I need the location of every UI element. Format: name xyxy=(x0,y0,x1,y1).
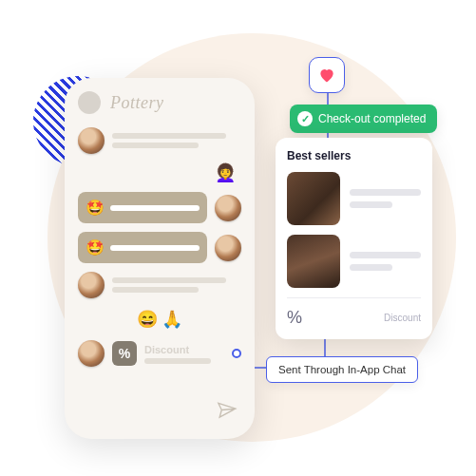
product-row[interactable] xyxy=(287,172,421,225)
star-eyes-emoji: 🤩 xyxy=(86,238,105,257)
product-thumbnail xyxy=(287,235,340,288)
brand-title: Pottery xyxy=(110,93,163,113)
discount-label: Discount xyxy=(144,344,211,355)
text-placeholder xyxy=(350,189,421,196)
divider xyxy=(287,297,421,298)
checkout-toast: ✓ Check-out completed xyxy=(290,105,437,133)
discount-label: Discount xyxy=(384,313,421,323)
card-footer: % Discount xyxy=(287,308,421,328)
connector-dot xyxy=(232,349,241,358)
card-title: Best sellers xyxy=(287,149,421,162)
text-placeholder xyxy=(350,201,392,208)
text-placeholder xyxy=(350,252,421,258)
avatar xyxy=(78,272,105,298)
check-icon: ✓ xyxy=(297,111,313,126)
message-bubble xyxy=(112,133,236,148)
message-outgoing[interactable]: 🤩 xyxy=(78,232,241,263)
text-placeholder xyxy=(110,245,200,251)
text-placeholder xyxy=(110,205,200,211)
heart-icon xyxy=(317,66,336,85)
pray-emoji[interactable]: 🙏 xyxy=(162,309,182,330)
phone-header: Pottery xyxy=(78,91,241,114)
product-row[interactable] xyxy=(287,235,421,288)
annotation-label: Sent Through In-App Chat xyxy=(266,356,418,383)
percent-icon: % xyxy=(287,308,302,328)
text-placeholder xyxy=(112,133,226,139)
discount-message[interactable]: % Discount xyxy=(78,340,241,367)
text-placeholder xyxy=(112,277,226,283)
avatar xyxy=(78,340,105,367)
message-bubble xyxy=(112,277,236,293)
star-eyes-emoji: 🤩 xyxy=(86,199,105,217)
message-incoming[interactable] xyxy=(78,127,241,154)
text-placeholder xyxy=(350,264,392,271)
text-placeholder xyxy=(112,143,199,148)
reaction-row: 😄 🙏 xyxy=(78,309,241,330)
message-list: 👩‍🦱 🤩 🤩 😄 🙏 xyxy=(78,127,241,393)
avatar xyxy=(215,235,241,261)
header-avatar[interactable] xyxy=(78,91,101,114)
message-bubble-filled: 🤩 xyxy=(78,192,207,223)
product-thumbnail xyxy=(287,172,340,225)
checkout-text: Check-out completed xyxy=(318,112,426,125)
best-sellers-card: Best sellers % Discount xyxy=(276,138,432,339)
annotation-text: Sent Through In-App Chat xyxy=(278,364,406,375)
smile-emoji[interactable]: 😄 xyxy=(137,309,158,330)
avatar xyxy=(215,195,241,221)
send-icon[interactable] xyxy=(216,398,238,427)
text-placeholder xyxy=(112,287,199,293)
message-incoming[interactable] xyxy=(78,272,241,298)
message-outgoing[interactable]: 🤩 xyxy=(78,192,241,223)
percent-icon: % xyxy=(112,341,137,366)
avatar xyxy=(78,127,105,154)
heart-badge[interactable] xyxy=(309,57,345,93)
text-placeholder xyxy=(144,358,211,364)
phone-mockup: Pottery 👩‍🦱 🤩 🤩 xyxy=(65,78,255,439)
message-bubble-filled: 🤩 xyxy=(78,232,207,263)
emoji-reply: 👩‍🦱 xyxy=(215,162,236,183)
